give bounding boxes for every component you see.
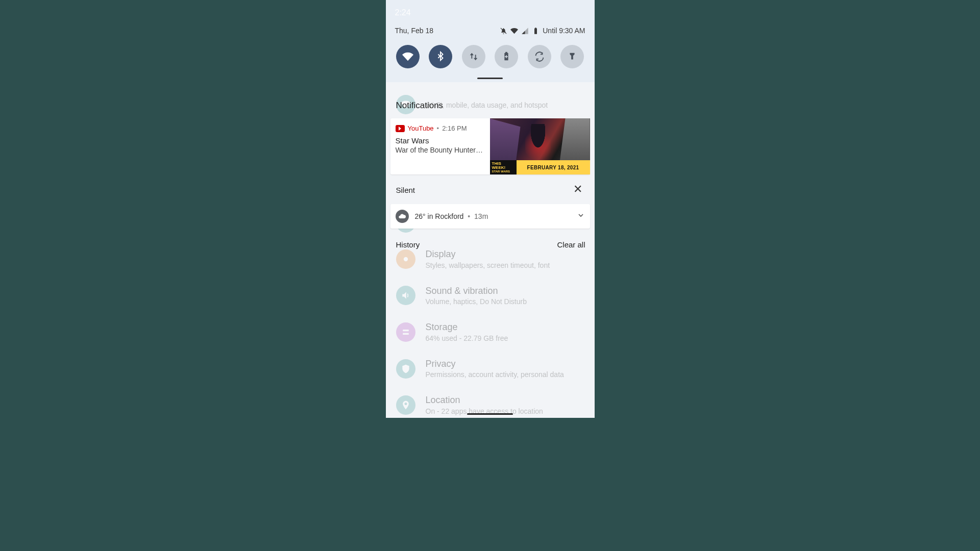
chevron-down-icon[interactable] bbox=[577, 211, 585, 221]
notif-separator: • bbox=[437, 124, 439, 132]
privacy-icon bbox=[396, 359, 415, 379]
thumb-date: FEBRUARY 18, 2021 bbox=[517, 160, 590, 174]
section-label-notifications: Notifications bbox=[396, 101, 444, 111]
dismiss-silent-button[interactable]: ✕ bbox=[573, 184, 582, 195]
qs-tiles-row bbox=[386, 40, 595, 76]
settings-network-sub: Wi-Fi, mobile, data usage, and hotspot bbox=[426, 101, 548, 109]
thumb-badge: THIS WEEK! STAR WARS bbox=[490, 160, 517, 174]
storage-icon bbox=[396, 322, 415, 342]
display-icon bbox=[396, 249, 415, 269]
qs-tile-wifi[interactable] bbox=[396, 45, 420, 68]
section-label-history[interactable]: History bbox=[396, 240, 420, 249]
section-label-silent: Silent bbox=[396, 186, 415, 194]
notification-shade: 2:24 Thu, Feb 18 Until 9:30 AM bbox=[386, 0, 595, 82]
settings-privacy-title: Privacy bbox=[426, 359, 564, 370]
notification-weather[interactable]: 26° in Rockford • 13m bbox=[390, 204, 590, 229]
settings-display-sub: Styles, wallpapers, screen timeout, font bbox=[426, 261, 550, 269]
qs-tile-flashlight[interactable] bbox=[560, 45, 584, 68]
youtube-icon bbox=[396, 125, 405, 132]
sound-icon bbox=[396, 286, 415, 305]
svg-rect-6 bbox=[403, 333, 409, 335]
notif-time: 2:16 PM bbox=[442, 124, 467, 132]
cloud-icon bbox=[396, 210, 409, 223]
settings-storage-sub: 64% used - 22.79 GB free bbox=[426, 334, 508, 342]
svg-rect-11 bbox=[505, 52, 507, 54]
qs-tile-battery-saver[interactable] bbox=[495, 45, 518, 68]
quick-settings-panel[interactable]: 2:24 Thu, Feb 18 Until 9:30 AM bbox=[386, 0, 595, 82]
signal-status-icon bbox=[521, 27, 529, 35]
qs-until: Until 9:30 AM bbox=[543, 27, 585, 35]
phone-frame: Wi-Fi, mobile, data usage, and hotspot C… bbox=[386, 0, 595, 418]
clear-all-button[interactable]: Clear all bbox=[557, 240, 585, 249]
settings-privacy-sub: Permissions, account activity, personal … bbox=[426, 370, 564, 379]
weather-text: 26° in Rockford • 13m bbox=[415, 212, 571, 220]
qs-tile-data[interactable] bbox=[462, 45, 485, 68]
settings-display-title: Display bbox=[426, 249, 550, 260]
qs-expand-handle[interactable] bbox=[477, 78, 503, 79]
settings-item-privacy: PrivacyPermissions, account activity, pe… bbox=[386, 350, 595, 387]
settings-sound-title: Sound & vibration bbox=[426, 286, 527, 297]
dnd-icon bbox=[500, 27, 507, 35]
settings-item-storage: Storage64% used - 22.79 GB free bbox=[386, 314, 595, 350]
notification-youtube[interactable]: YouTube • 2:16 PM Star Wars War of the B… bbox=[390, 118, 590, 174]
qs-header: Thu, Feb 18 Until 9:30 AM bbox=[386, 21, 595, 40]
notif-body: War of the Bounty Hunter… bbox=[396, 146, 485, 154]
qs-tile-bluetooth[interactable] bbox=[429, 45, 452, 68]
notif-title: Star Wars bbox=[396, 136, 485, 145]
settings-sound-sub: Volume, haptics, Do Not Disturb bbox=[426, 297, 527, 306]
notif-thumbnail: THIS WEEK! STAR WARS FEBRUARY 18, 2021 bbox=[490, 118, 590, 174]
status-icons: Until 9:30 AM bbox=[500, 27, 585, 35]
qs-date: Thu, Feb 18 bbox=[395, 27, 434, 35]
battery-status-icon bbox=[532, 27, 540, 35]
location-icon bbox=[396, 395, 415, 415]
svg-rect-5 bbox=[403, 330, 409, 331]
wifi-status-icon bbox=[510, 27, 518, 35]
svg-rect-9 bbox=[535, 28, 536, 29]
settings-storage-title: Storage bbox=[426, 322, 508, 333]
svg-point-4 bbox=[403, 257, 407, 261]
notif-app-name: YouTube bbox=[408, 124, 434, 132]
status-bar-clock: 2:24 bbox=[386, 0, 595, 21]
svg-rect-8 bbox=[534, 28, 537, 34]
gesture-nav-pill[interactable] bbox=[467, 413, 513, 415]
settings-item-sound: Sound & vibrationVolume, haptics, Do Not… bbox=[386, 278, 595, 314]
qs-tile-rotate[interactable] bbox=[528, 45, 551, 68]
settings-location-title: Location bbox=[426, 395, 543, 406]
